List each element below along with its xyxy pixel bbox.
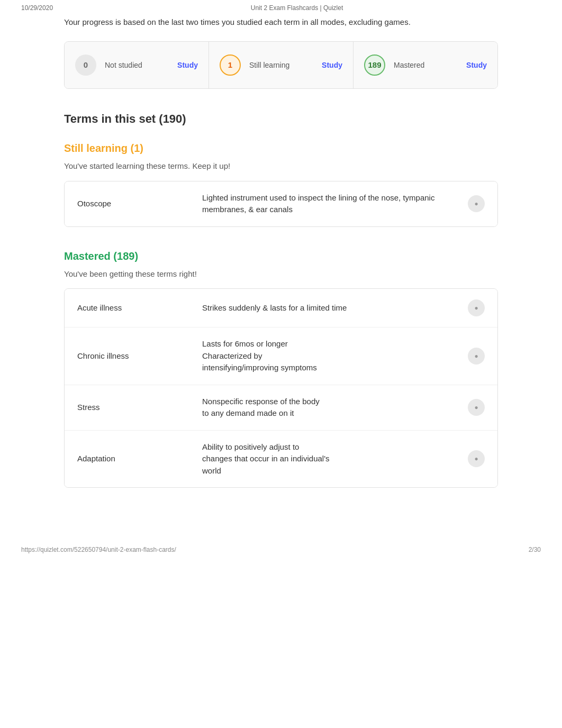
definition-acute-illness: Strikes suddenly & lasts for a limited t…: [202, 302, 459, 314]
main-content: Your progress is based on the last two t…: [43, 16, 519, 541]
still-learning-section-desc: You've started learning these terms. Kee…: [64, 160, 498, 172]
progress-description: Your progress is based on the last two t…: [64, 16, 498, 29]
flashcard-menu-button[interactable]: [468, 299, 485, 316]
still-learning-section: Still learning (1) You've started learni…: [64, 140, 498, 227]
term-adaptation: Adaptation: [77, 453, 194, 465]
definition-chronic-illness: Lasts for 6mos or longerCharacterized by…: [202, 338, 459, 374]
table-row: Acute illness Strikes suddenly & lasts f…: [65, 289, 497, 327]
table-row: Stress Nonspecific response of the bodyt…: [65, 385, 497, 431]
table-row: Chronic illness Lasts for 6mos or longer…: [65, 327, 497, 385]
still-learning-study-button[interactable]: Study: [322, 60, 342, 71]
still-learning-count: 1: [220, 54, 241, 76]
top-bar: 10/29/2020 Unit 2 Exam Flashcards | Quiz…: [0, 0, 562, 16]
progress-cards: 0 Not studied Study 1 Still learning Stu…: [64, 41, 498, 89]
progress-card-not-studied: 0 Not studied Study: [65, 42, 209, 88]
flashcard-menu-button[interactable]: [468, 195, 485, 212]
mastered-flashcard-list: Acute illness Strikes suddenly & lasts f…: [64, 288, 498, 488]
table-row: Adaptation Ability to positively adjust …: [65, 431, 497, 488]
still-learning-label: Still learning: [249, 60, 313, 71]
mastered-section: Mastered (189) You've been getting these…: [64, 248, 498, 488]
still-learning-flashcard-list: Otoscope Lighted instrument used to insp…: [64, 181, 498, 227]
terms-header: Terms in this set (190): [64, 110, 498, 128]
mastered-section-desc: You've been getting these terms right!: [64, 268, 498, 280]
mastered-label: Mastered: [394, 60, 458, 71]
bottom-bar: https://quizlet.com/522650794/unit-2-exa…: [0, 541, 562, 559]
term-stress: Stress: [77, 402, 194, 414]
mastered-count: 189: [364, 54, 385, 76]
term-otoscope: Otoscope: [77, 198, 194, 210]
not-studied-label: Not studied: [105, 60, 169, 71]
flashcard-menu-button[interactable]: [468, 450, 485, 467]
not-studied-count: 0: [75, 54, 96, 76]
term-chronic-illness: Chronic illness: [77, 350, 194, 362]
page-title: Unit 2 Exam Flashcards | Quizlet: [53, 3, 541, 13]
date-label: 10/29/2020: [21, 3, 53, 13]
table-row: Otoscope Lighted instrument used to insp…: [65, 181, 497, 226]
footer-url: https://quizlet.com/522650794/unit-2-exa…: [21, 545, 176, 554]
progress-card-still-learning: 1 Still learning Study: [209, 42, 353, 88]
still-learning-section-title: Still learning (1): [64, 140, 498, 156]
progress-card-mastered: 189 Mastered Study: [353, 42, 497, 88]
not-studied-study-button[interactable]: Study: [177, 60, 198, 71]
flashcard-menu-button[interactable]: [468, 348, 485, 365]
definition-stress: Nonspecific response of the bodyto any d…: [202, 396, 459, 420]
footer-pagination: 2/30: [529, 545, 541, 554]
definition-otoscope: Lighted instrument used to inspect the l…: [202, 192, 459, 216]
mastered-study-button[interactable]: Study: [466, 60, 487, 71]
definition-adaptation: Ability to positively adjust tochanges t…: [202, 441, 459, 477]
mastered-section-title: Mastered (189): [64, 248, 498, 264]
term-acute-illness: Acute illness: [77, 302, 194, 314]
flashcard-menu-button[interactable]: [468, 399, 485, 416]
